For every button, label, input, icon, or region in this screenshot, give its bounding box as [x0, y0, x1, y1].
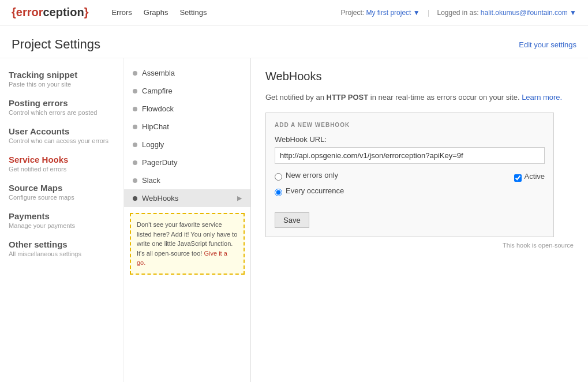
sidebar-item-source-maps-desc: Configure source maps — [9, 194, 115, 201]
radio-every-row: Every occurrence — [275, 186, 344, 199]
sidebar-item-other-title: Other settings — [9, 239, 115, 249]
sidebar-item-tracking-desc: Paste this on your site — [9, 81, 115, 88]
service-campfire[interactable]: Campfire — [124, 82, 250, 100]
nav-errors[interactable]: Errors — [111, 8, 132, 17]
webhook-form-box: ADD A NEW WEBHOOK WebHook URL: New error… — [265, 113, 554, 237]
logo-error: error — [16, 6, 43, 18]
service-webhooks[interactable]: WebHooks ▶ — [124, 189, 250, 207]
webhook-url-label: WebHook URL: — [275, 135, 545, 144]
service-hipchat-dot — [133, 125, 137, 129]
content-wrapper: Assembla Campfire Flowdock — [124, 58, 588, 382]
service-loggly-label: Loggly — [142, 140, 164, 149]
sidebar-item-source-maps[interactable]: Source Maps Configure source maps — [9, 183, 115, 201]
page-header: Project Settings Edit your settings — [0, 25, 588, 58]
webhook-highlight: HTTP POST — [327, 93, 369, 102]
webhook-url-input[interactable] — [275, 147, 545, 164]
project-label: Project: — [340, 9, 364, 17]
sidebar-item-user-accounts-title: User Accounts — [9, 126, 115, 136]
service-webhooks-label: WebHooks — [142, 194, 178, 203]
logo-brace-open: { — [12, 6, 16, 18]
sidebar-item-posting[interactable]: Posting errors Control which errors are … — [9, 98, 115, 116]
service-pagerduty-left: PagerDuty — [133, 158, 177, 167]
logged-in-label: Logged in as: — [437, 9, 478, 17]
service-slack-left: Slack — [133, 176, 160, 185]
service-assembla-label: Assembla — [142, 69, 175, 77]
active-checkbox-group: Active — [514, 171, 545, 184]
service-hipchat-left: HipChat — [133, 122, 169, 131]
sidebar-item-service-hooks-title: Service Hooks — [9, 155, 115, 164]
webhook-title: WebHooks — [265, 70, 574, 83]
sidebar-item-other[interactable]: Other settings All miscellaneous setting… — [9, 239, 115, 257]
radio-new-errors[interactable] — [275, 173, 282, 181]
webhook-box-title: ADD A NEW WEBHOOK — [275, 122, 545, 128]
save-button[interactable]: Save — [275, 212, 309, 228]
header-separator: | — [428, 9, 429, 17]
service-campfire-dot — [133, 89, 137, 93]
service-flowdock-label: Flowdock — [142, 104, 174, 113]
logged-in-user[interactable]: halit.okumus@ifountain.com ▼ — [481, 9, 576, 17]
sidebar-item-other-desc: All miscellaneous settings — [9, 250, 115, 257]
edit-settings-link[interactable]: Edit your settings — [519, 40, 576, 49]
active-checkbox[interactable] — [514, 174, 522, 182]
sidebar: Tracking snippet Paste this on your site… — [0, 58, 124, 382]
sidebar-item-source-maps-title: Source Maps — [9, 183, 115, 193]
main-nav: Errors Graphs Settings — [111, 8, 340, 17]
webhook-learn-more[interactable]: Learn more. — [522, 93, 562, 102]
service-webhooks-arrow: ▶ — [237, 194, 242, 202]
radio-new-errors-row: New errors only — [275, 171, 344, 183]
service-slack-label: Slack — [142, 176, 160, 185]
webhook-radio-group: New errors only Every occurrence — [275, 171, 344, 202]
service-slack-dot — [133, 178, 137, 183]
service-webhooks-dot — [133, 196, 137, 201]
service-pagerduty-label: PagerDuty — [142, 158, 177, 167]
logo-brace-close: } — [84, 6, 89, 18]
service-pagerduty[interactable]: PagerDuty — [124, 153, 250, 171]
sidebar-item-payments-desc: Manage your payments — [9, 222, 115, 229]
service-hint-box: Don't see your favorite service listed h… — [130, 213, 245, 275]
service-slack[interactable]: Slack — [124, 171, 250, 189]
radio-new-errors-label: New errors only — [286, 171, 338, 179]
sidebar-item-posting-title: Posting errors — [9, 98, 115, 108]
sidebar-item-tracking[interactable]: Tracking snippet Paste this on your site — [9, 70, 115, 88]
service-flowdock[interactable]: Flowdock — [124, 100, 250, 118]
nav-graphs[interactable]: Graphs — [144, 8, 168, 17]
header-right: Project: My first project ▼ | Logged in … — [340, 9, 576, 17]
logo-ception: ception — [43, 6, 84, 18]
service-flowdock-dot — [133, 107, 137, 111]
radio-every-label: Every occurrence — [286, 186, 344, 195]
sidebar-item-user-accounts-desc: Control who can access your errors — [9, 137, 115, 144]
service-pagerduty-dot — [133, 160, 137, 165]
project-name[interactable]: My first project ▼ — [366, 9, 420, 17]
sidebar-item-payments-title: Payments — [9, 211, 115, 221]
service-assembla-dot — [133, 71, 137, 76]
sidebar-item-posting-desc: Control which errors are posted — [9, 109, 115, 116]
sidebar-item-tracking-title: Tracking snippet — [9, 70, 115, 80]
open-source-note: This hook is open-source — [265, 242, 574, 249]
service-assembla-left: Assembla — [133, 69, 175, 77]
nav-settings[interactable]: Settings — [179, 8, 207, 17]
sidebar-item-service-hooks[interactable]: Service Hooks Get notified of errors — [9, 155, 115, 173]
service-assembla[interactable]: Assembla — [124, 64, 250, 82]
sidebar-item-service-hooks-desc: Get notified of errors — [9, 166, 115, 173]
webhook-description: Get notified by an HTTP POST in near rea… — [265, 92, 574, 104]
service-campfire-left: Campfire — [133, 87, 173, 95]
service-hipchat-label: HipChat — [142, 122, 169, 131]
service-webhooks-left: WebHooks — [133, 194, 178, 203]
service-list: Assembla Campfire Flowdock — [124, 58, 251, 382]
webhook-detail: WebHooks Get notified by an HTTP POST in… — [251, 58, 588, 382]
radio-every[interactable] — [275, 189, 282, 196]
sidebar-item-payments[interactable]: Payments Manage your payments — [9, 211, 115, 229]
service-campfire-label: Campfire — [142, 87, 173, 95]
content-area: Assembla Campfire Flowdock — [124, 58, 588, 382]
service-loggly-dot — [133, 143, 137, 147]
active-label: Active — [525, 172, 545, 181]
main-content: Tracking snippet Paste this on your site… — [0, 58, 588, 382]
logo: {errorception} — [12, 6, 88, 19]
header: {errorception} Errors Graphs Settings Pr… — [0, 0, 588, 25]
sidebar-item-user-accounts[interactable]: User Accounts Control who can access you… — [9, 126, 115, 144]
page-title: Project Settings — [12, 37, 100, 52]
service-loggly-left: Loggly — [133, 140, 164, 149]
service-loggly[interactable]: Loggly — [124, 136, 250, 153]
service-flowdock-left: Flowdock — [133, 104, 174, 113]
service-hipchat[interactable]: HipChat — [124, 118, 250, 136]
